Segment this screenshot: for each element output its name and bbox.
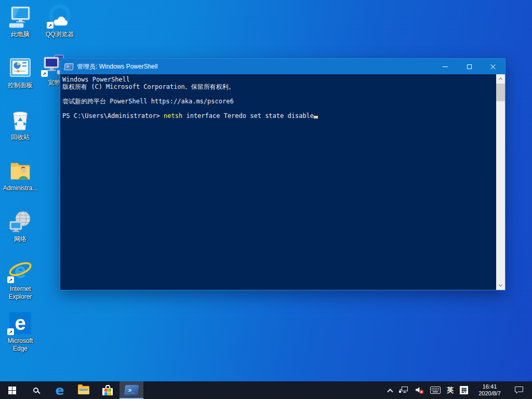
shortcut-arrow-icon: ↗ bbox=[7, 328, 14, 335]
terminal-line bbox=[62, 105, 494, 112]
terminal-command: netsh bbox=[164, 112, 182, 119]
user-folder-icon bbox=[8, 158, 33, 183]
microsoft-edge-icon: e ↗ bbox=[8, 311, 33, 336]
terminal-line: 尝试新的跨平台 PowerShell https://aka.ms/pscore… bbox=[62, 98, 494, 105]
tray-ime-mode-button[interactable]: 英 bbox=[444, 381, 457, 399]
desktop-icon-recycle-bin[interactable]: 回收站 bbox=[1, 107, 40, 141]
network-icon bbox=[8, 209, 33, 234]
chevron-down-icon bbox=[499, 283, 502, 287]
minimize-button[interactable] bbox=[433, 59, 457, 74]
window-titlebar[interactable]: >_ 管理员: Windows PowerShell bbox=[60, 59, 505, 74]
terminal-line: Windows PowerShell bbox=[62, 76, 494, 83]
chevron-up-icon bbox=[388, 389, 393, 394]
close-icon bbox=[490, 63, 496, 70]
tray-touch-keyboard-button[interactable] bbox=[427, 381, 444, 399]
chevron-up-icon bbox=[499, 77, 502, 81]
terminal-prompt: PS C:\Users\Administrator> bbox=[62, 112, 164, 119]
terminal-prompt-line: PS C:\Users\Administrator> netsh interfa… bbox=[62, 112, 494, 119]
tray-network-button[interactable] bbox=[395, 381, 411, 399]
desktop-icon-label: 宽带 bbox=[48, 79, 60, 87]
touch-keyboard-icon bbox=[430, 387, 441, 394]
taskbar-edge-button[interactable]: e bbox=[48, 381, 72, 399]
desktop-icon-this-pc[interactable]: 此电脑 bbox=[1, 4, 40, 38]
desktop-icon-network[interactable]: 网络 bbox=[1, 209, 40, 243]
file-explorer-icon bbox=[78, 386, 89, 394]
scroll-up-button[interactable] bbox=[496, 74, 505, 83]
terminal-line bbox=[62, 90, 494, 98]
windows-logo-icon bbox=[8, 387, 16, 394]
volume-muted-icon bbox=[415, 386, 424, 394]
ime-latin-indicator: 英 bbox=[447, 385, 454, 395]
desktop-icon-label: 网络 bbox=[14, 235, 26, 243]
network-status-icon bbox=[398, 386, 408, 394]
search-icon bbox=[33, 388, 38, 393]
terminal-args: interface Teredo set state disable bbox=[182, 112, 314, 119]
powershell-window-icon[interactable]: >_ bbox=[64, 63, 73, 70]
desktop-icon-microsoft-edge[interactable]: e ↗ Microsoft Edge bbox=[1, 311, 40, 353]
scroll-down-button[interactable] bbox=[496, 281, 505, 290]
terminal-scrollbar[interactable] bbox=[496, 74, 505, 290]
system-tray: 英 拼 16:41 2020/8/7 bbox=[385, 381, 532, 399]
edge-icon: e bbox=[56, 384, 64, 397]
svg-text:e: e bbox=[15, 312, 25, 334]
taskbar: e >_ bbox=[0, 381, 532, 399]
powershell-icon: >_ bbox=[124, 385, 139, 395]
desktop-icon-qq-browser[interactable]: ↗ QQ浏览器 bbox=[40, 4, 79, 38]
qq-browser-icon: ↗ bbox=[47, 4, 72, 29]
desktop-icon-label: 控制面板 bbox=[8, 82, 33, 89]
clock-date: 2020/8/7 bbox=[478, 390, 501, 397]
desktop-icon-label: 此电脑 bbox=[11, 31, 30, 38]
powershell-terminal[interactable]: Windows PowerShell 版权所有 (C) Microsoft Co… bbox=[60, 74, 505, 290]
desktop-icon-label: Microsoft Edge bbox=[1, 337, 40, 353]
desktop-icon-user-folder[interactable]: Administra... bbox=[1, 158, 40, 192]
close-button[interactable] bbox=[481, 59, 505, 74]
maximize-button[interactable] bbox=[457, 59, 481, 74]
minimize-icon bbox=[443, 66, 448, 67]
action-center-button[interactable] bbox=[508, 381, 530, 399]
taskbar-file-explorer-button[interactable] bbox=[72, 381, 96, 399]
control-panel-icon bbox=[8, 55, 33, 80]
internet-explorer-icon: e ↗ bbox=[8, 259, 33, 284]
clock: 16:41 2020/8/7 bbox=[474, 383, 505, 397]
maximize-icon bbox=[467, 64, 472, 69]
tray-clock-button[interactable]: 16:41 2020/8/7 bbox=[471, 381, 508, 399]
desktop-surface[interactable]: 此电脑 ↗ QQ浏览器 bbox=[0, 0, 532, 399]
desktop-icon-label: Administra... bbox=[3, 184, 38, 192]
shortcut-arrow-icon: ↗ bbox=[47, 22, 54, 29]
this-pc-icon bbox=[8, 4, 33, 29]
recycle-bin-icon bbox=[8, 107, 33, 132]
tray-volume-button[interactable] bbox=[411, 381, 427, 399]
powershell-window: >_ 管理员: Windows PowerShell Windows Power… bbox=[60, 58, 506, 290]
action-center-icon bbox=[514, 386, 524, 394]
clock-time: 16:41 bbox=[478, 383, 501, 390]
tray-ime-pinyin-button[interactable]: 拼 bbox=[457, 381, 471, 399]
terminal-cursor bbox=[314, 116, 318, 118]
taskbar-powershell-button[interactable]: >_ bbox=[119, 381, 143, 399]
desktop-icon-label: QQ浏览器 bbox=[46, 31, 74, 38]
tray-overflow-button[interactable] bbox=[385, 381, 395, 399]
scrollbar-thumb[interactable] bbox=[496, 84, 505, 101]
shortcut-arrow-icon: ↗ bbox=[41, 70, 48, 77]
microsoft-store-icon bbox=[102, 385, 113, 395]
ime-pinyin-indicator: 拼 bbox=[460, 386, 468, 394]
taskbar-store-button[interactable] bbox=[96, 381, 119, 399]
search-button[interactable] bbox=[24, 381, 48, 399]
start-button[interactable] bbox=[0, 381, 24, 399]
desktop-icon-internet-explorer[interactable]: e ↗ Internet Explorer bbox=[1, 259, 40, 301]
window-title: 管理员: Windows PowerShell bbox=[77, 62, 433, 71]
desktop-icon-label: 回收站 bbox=[11, 134, 30, 141]
desktop-icon-label: Internet Explorer bbox=[1, 285, 40, 301]
shortcut-arrow-icon: ↗ bbox=[7, 276, 14, 283]
terminal-line: 版权所有 (C) Microsoft Corporation。保留所有权利。 bbox=[62, 83, 494, 90]
